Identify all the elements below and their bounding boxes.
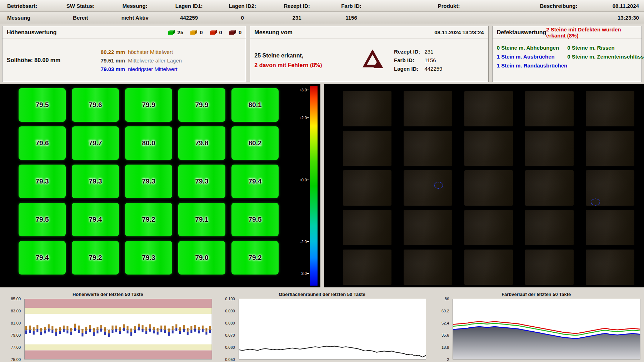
y-axis-label: 77.00 bbox=[11, 345, 21, 350]
chart-plot-svg bbox=[24, 299, 212, 360]
camera-stone-cell bbox=[586, 250, 634, 285]
trend-charts-row: Höhenwerte der letzten 50 Takte 85.0083.… bbox=[0, 287, 644, 360]
defect-stat: 0 Steine m. Zementeinschlüssen bbox=[567, 52, 644, 61]
y-axis-label: 83.00 bbox=[11, 309, 21, 313]
y-axis-label: 0.080 bbox=[225, 321, 235, 325]
status-value-6: 1156 bbox=[325, 15, 378, 21]
hoehenauswertung-body: Sollhöhe: 80.00 mm 80.22 mmhöchster Mitt… bbox=[3, 39, 246, 82]
defect-marker-icon bbox=[434, 182, 443, 189]
camera-stone-cell bbox=[343, 250, 391, 285]
sollhoehe-label: Sollhöhe: bbox=[7, 57, 33, 63]
defektauswertung-panel: Defektauswertung 2 Steine mit Defekten w… bbox=[492, 26, 642, 82]
chart-plot-area bbox=[24, 299, 212, 360]
colorbar-tick bbox=[307, 273, 309, 274]
y-axis-label: 0.070 bbox=[225, 333, 235, 337]
stone-counters: 25000 bbox=[161, 29, 242, 35]
y-axis-label: 0.050 bbox=[225, 357, 235, 362]
messung-title: Messung vom bbox=[254, 29, 293, 36]
messung-summary: 25 Steine erkannt, 2 davon mit Fehlern (… bbox=[254, 51, 353, 70]
status-label-2: Messung: bbox=[108, 3, 162, 9]
status-value-4: 0 bbox=[216, 15, 269, 21]
defect-stat: 1 Stein m. Ausbrüchen bbox=[497, 52, 568, 61]
y-axis-label: 0.090 bbox=[225, 309, 235, 313]
camera-stone-cell bbox=[586, 210, 634, 245]
camera-stone-cell bbox=[525, 250, 574, 285]
status-value-1: Bereit bbox=[54, 15, 108, 21]
camera-stone-cell bbox=[586, 91, 634, 126]
camera-stone-cell bbox=[586, 131, 634, 166]
colorbar-tick bbox=[307, 90, 309, 90]
status-label-4: Lagen ID2: bbox=[216, 3, 269, 9]
stone-counter-1: 0 bbox=[189, 29, 203, 35]
brick-icon bbox=[228, 30, 236, 35]
y-axis-label: 0.100 bbox=[225, 297, 235, 301]
chart-body: 8669.252.435.618.82 bbox=[432, 299, 640, 360]
camera-stone-cell bbox=[464, 170, 513, 206]
camera-stone-cell bbox=[464, 250, 513, 285]
brick-icon bbox=[189, 30, 198, 35]
camera-stone-cell bbox=[404, 91, 452, 126]
status-value-2: nicht Aktiv bbox=[108, 15, 162, 21]
camera-stone-cell bbox=[525, 210, 574, 245]
camera-stone-cell bbox=[525, 170, 574, 206]
y-axis-label: 79.00 bbox=[11, 333, 21, 337]
stone-counter-3: 0 bbox=[228, 29, 241, 35]
stat-value: 80.22 mm bbox=[94, 48, 125, 56]
camera-stone-cell bbox=[525, 131, 574, 166]
brick-icon bbox=[209, 30, 217, 35]
status-time: 13:23:30 bbox=[598, 15, 644, 21]
status-bar: Betriebsart:SW Status:Messung:Lagen ID1:… bbox=[0, 0, 644, 24]
colorbar-tick-label: -3.0 bbox=[300, 271, 307, 276]
status-label-8: Beschreibung: bbox=[520, 3, 598, 9]
app-root: Betriebsart:SW Status:Messung:Lagen ID1:… bbox=[0, 0, 644, 360]
colorbar-tick bbox=[307, 180, 309, 180]
sollhoehe-number: 80.00 mm bbox=[34, 57, 60, 63]
camera-stone-cell bbox=[525, 91, 574, 126]
stat-label: Mittelwerte aller Lagen bbox=[128, 57, 182, 64]
camera-stone-cell bbox=[464, 210, 513, 245]
defekt-title-row: Defektauswertung 2 Steine mit Defekten w… bbox=[493, 26, 641, 39]
colorbar-labels: +3.0+2.0+0.0-2.0-3.0 bbox=[0, 86, 320, 286]
defect-stat: 0 Steine m. Abhebungen bbox=[497, 43, 568, 52]
defekt-body: 0 Steine m. Abhebungen1 Stein m. Ausbrüc… bbox=[493, 39, 641, 82]
messung-panel: Messung vom 08.11.2024 13:23:24 25 Stein… bbox=[250, 26, 488, 82]
colorbar-tick-label: +2.0 bbox=[299, 116, 307, 120]
stones-detected-text: 25 Steine erkannt, bbox=[254, 51, 353, 60]
status-label-7: Produkt: bbox=[378, 3, 520, 9]
y-axis-label: 86 bbox=[445, 297, 449, 301]
chart-oberflaechenrauheit: Oberflächenrauheit der letzten 50 Takte … bbox=[218, 290, 426, 360]
status-date: 08.11.2024 bbox=[598, 3, 644, 9]
y-axis-label: 75.00 bbox=[11, 357, 21, 362]
stat-value: 79.03 mm bbox=[94, 65, 125, 73]
camera-image-view bbox=[324, 84, 644, 287]
hoehenauswertung-title: Höhenauswertung bbox=[7, 29, 57, 36]
status-value-5: 231 bbox=[269, 15, 325, 21]
stone-count: 0 bbox=[200, 29, 203, 35]
chart-plot-area bbox=[239, 299, 426, 360]
messung-body: 25 Steine erkannt, 2 davon mit Fehlern (… bbox=[250, 39, 488, 82]
camera-stone-cell bbox=[404, 250, 452, 285]
camera-stone-grid bbox=[343, 91, 634, 285]
camera-stone-cell bbox=[404, 170, 452, 206]
chart-hoehenwerte: Höhenwerte der letzten 50 Takte 85.0083.… bbox=[4, 290, 212, 360]
status-label-6: Farb ID: bbox=[325, 3, 378, 9]
defect-stats-column-2: 0 Steine m. Rissen0 Steine m. Zementeins… bbox=[567, 43, 644, 61]
colorbar-tick-label: +3.0 bbox=[299, 88, 307, 92]
chart-y-axis: 8669.252.435.618.82 bbox=[432, 299, 453, 360]
y-axis-label: 52.4 bbox=[441, 321, 449, 325]
y-axis-label: 35.6 bbox=[441, 333, 449, 337]
camera-stone-cell bbox=[343, 91, 391, 126]
chart-title: Oberflächenrauheit der letzten 50 Takte bbox=[218, 290, 426, 299]
stone-count: 0 bbox=[239, 29, 241, 35]
id-value-0: 231 bbox=[424, 48, 442, 55]
id-label-2: Lagen ID: bbox=[394, 65, 420, 72]
id-value-2: 442259 bbox=[424, 65, 442, 72]
status-label-3: Lagen ID1: bbox=[162, 3, 216, 9]
camera-stone-cell bbox=[586, 170, 634, 206]
height-colorbar bbox=[310, 86, 318, 286]
camera-stone-cell bbox=[464, 131, 513, 166]
chart-y-axis: 85.0083.0081.0079.0077.0075.00 bbox=[4, 299, 24, 360]
status-value-0: Messung bbox=[0, 15, 54, 21]
height-stat-1: 79.51 mmMittelwerte aller Lagen bbox=[94, 57, 182, 64]
status-label-1: SW Status: bbox=[54, 3, 108, 9]
